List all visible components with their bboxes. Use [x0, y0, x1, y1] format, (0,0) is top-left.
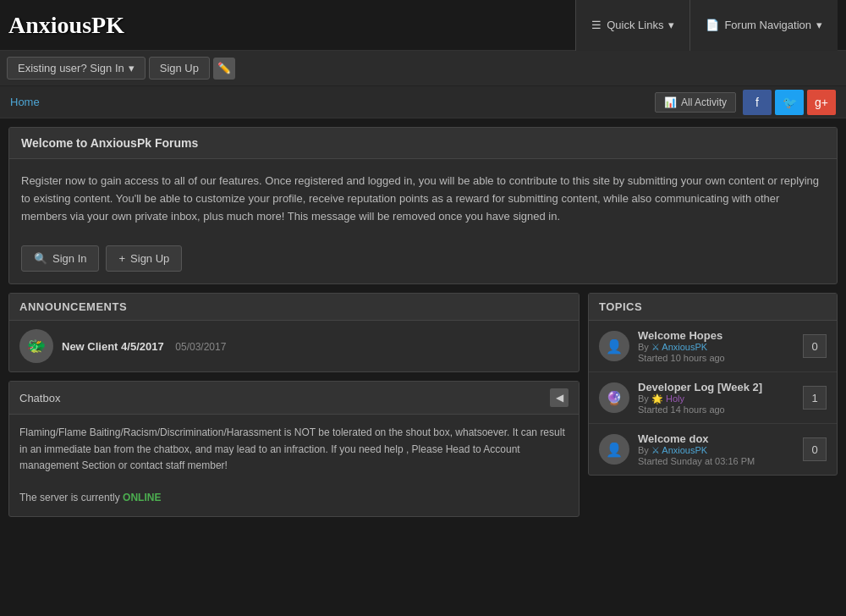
topic-by: By ⚔ AnxiousPK	[638, 445, 794, 456]
topics-panel: Topics 👤 Welcome Hopes By ⚔ AnxiousPK St…	[588, 293, 838, 476]
existing-user-label: Existing user? Sign In	[18, 62, 124, 74]
chatbox-panel: Chatbox ◀ Flaming/Flame Baiting/Racism/D…	[8, 381, 580, 517]
left-column: Announcements 🐲 New Client 4/5/2017 05/0…	[8, 293, 580, 517]
server-status: ONLINE	[123, 492, 161, 503]
topic-item: 🔮 Developer Log [Week 2] By 🌟 Holy Start…	[589, 372, 837, 424]
twitter-button[interactable]: 🐦	[775, 90, 804, 115]
subnav: Existing user? Sign In ▾ Sign Up ✏️	[0, 51, 846, 86]
server-status-prefix: The server is currently	[19, 492, 123, 503]
announcements-header: Announcements	[9, 294, 579, 321]
page-icon: 📄	[706, 19, 719, 31]
topic-author[interactable]: ⚔ AnxiousPK	[651, 445, 707, 455]
topic-author[interactable]: ⚔ AnxiousPK	[651, 342, 707, 352]
hamburger-icon: ☰	[591, 19, 602, 31]
welcome-sign-up-button[interactable]: + Sign Up	[106, 245, 182, 272]
chatbox-title: Chatbox	[19, 392, 60, 404]
topic-author[interactable]: 🌟 Holy	[651, 393, 684, 404]
all-activity-button[interactable]: 📊 All Activity	[655, 92, 736, 113]
plus-icon: +	[118, 252, 125, 265]
welcome-title: Welcome to AnxiousPk Forums	[9, 128, 837, 159]
topic-reply-count: 0	[803, 334, 827, 358]
chatbox-notice: Flaming/Flame Baiting/Racism/Discriminat…	[19, 425, 569, 474]
chevron-down-icon3: ▾	[129, 62, 135, 74]
welcome-sign-in-button[interactable]: 🔍 Sign In	[21, 245, 99, 272]
chatbox-header: Chatbox ◀	[9, 382, 579, 415]
quick-links-label: Quick Links	[607, 19, 663, 31]
sign-in-label: Sign In	[52, 252, 86, 265]
main: Welcome to AnxiousPk Forums Register now…	[0, 118, 846, 525]
announcement-item: 🐲 New Client 4/5/2017 05/03/2017	[9, 321, 579, 371]
chevron-down-icon: ▾	[668, 19, 674, 31]
breadcrumb-bar: Home 📊 All Activity f 🐦 g+	[0, 86, 846, 118]
activity-icon: 📊	[664, 96, 677, 108]
welcome-body: Register now to gain access to all of ou…	[9, 159, 837, 239]
topic-started: Started 10 hours ago	[638, 353, 794, 363]
avatar: 🐲	[19, 329, 53, 363]
topic-item: 👤 Welcome dox By ⚔ AnxiousPK Started Sun…	[589, 424, 837, 475]
topic-by: By 🌟 Holy	[638, 393, 794, 404]
sign-up-label2: Sign Up	[130, 252, 169, 265]
topic-by: By ⚔ AnxiousPK	[638, 342, 794, 353]
social-buttons: f 🐦 g+	[743, 90, 836, 115]
chatbox-body: Flaming/Flame Baiting/Racism/Discriminat…	[9, 415, 579, 516]
header-nav: ☰ Quick Links ▾ 📄 Forum Navigation ▾	[575, 0, 838, 51]
quick-links-button[interactable]: ☰ Quick Links ▾	[575, 0, 689, 51]
content-row: Announcements 🐲 New Client 4/5/2017 05/0…	[8, 293, 838, 517]
search-icon: 🔍	[34, 252, 47, 265]
sign-up-button[interactable]: Sign Up	[149, 57, 210, 80]
logo-text: AnxiousPK	[8, 12, 124, 38]
right-column: Topics 👤 Welcome Hopes By ⚔ AnxiousPK St…	[588, 293, 838, 517]
topic-name[interactable]: Developer Log [Week 2]	[638, 381, 794, 393]
forum-navigation-label: Forum Navigation	[724, 19, 811, 31]
topic-name[interactable]: Welcome Hopes	[638, 329, 794, 342]
topic-info: Welcome Hopes By ⚔ AnxiousPK Started 10 …	[638, 329, 794, 363]
forum-navigation-button[interactable]: 📄 Forum Navigation ▾	[689, 0, 838, 51]
server-status-line: The server is currently ONLINE	[19, 490, 569, 506]
topic-item: 👤 Welcome Hopes By ⚔ AnxiousPK Started 1…	[589, 321, 837, 372]
googleplus-icon: g+	[815, 96, 828, 109]
facebook-icon: f	[755, 96, 759, 109]
topic-started: Started 14 hours ago	[638, 404, 794, 415]
avatar: 🔮	[599, 382, 629, 413]
topic-name[interactable]: Welcome dox	[638, 432, 794, 445]
welcome-actions: 🔍 Sign In + Sign Up	[9, 239, 837, 283]
brush-icon: ✏️	[213, 58, 235, 80]
logo: AnxiousPK	[8, 12, 124, 39]
topic-reply-count: 1	[803, 386, 827, 410]
avatar: 👤	[599, 434, 629, 465]
topics-header: Topics	[589, 294, 837, 321]
breadcrumb-right: 📊 All Activity f 🐦 g+	[655, 90, 836, 115]
welcome-box: Welcome to AnxiousPk Forums Register now…	[8, 127, 838, 284]
chevron-down-icon2: ▾	[816, 19, 822, 31]
sign-up-label: Sign Up	[160, 62, 199, 74]
topic-started: Started Sunday at 03:16 PM	[638, 456, 794, 466]
existing-user-sign-in-button[interactable]: Existing user? Sign In ▾	[7, 57, 146, 80]
avatar: 👤	[599, 331, 629, 361]
announcement-title[interactable]: New Client 4/5/2017	[62, 340, 164, 353]
googleplus-button[interactable]: g+	[807, 90, 836, 115]
topic-reply-count: 0	[803, 437, 827, 461]
facebook-button[interactable]: f	[743, 90, 772, 115]
twitter-icon: 🐦	[783, 96, 797, 109]
all-activity-label: All Activity	[681, 96, 727, 108]
header: AnxiousPK ☰ Quick Links ▾ 📄 Forum Naviga…	[0, 0, 846, 51]
topic-info: Welcome dox By ⚔ AnxiousPK Started Sunda…	[638, 432, 794, 466]
home-breadcrumb[interactable]: Home	[10, 96, 40, 108]
chat-toggle-button[interactable]: ◀	[550, 388, 569, 407]
announcement-date: 05/03/2017	[175, 341, 226, 353]
announcement-content: New Client 4/5/2017 05/03/2017	[62, 340, 226, 353]
announcements-panel: Announcements 🐲 New Client 4/5/2017 05/0…	[8, 293, 580, 372]
topic-info: Developer Log [Week 2] By 🌟 Holy Started…	[638, 381, 794, 415]
